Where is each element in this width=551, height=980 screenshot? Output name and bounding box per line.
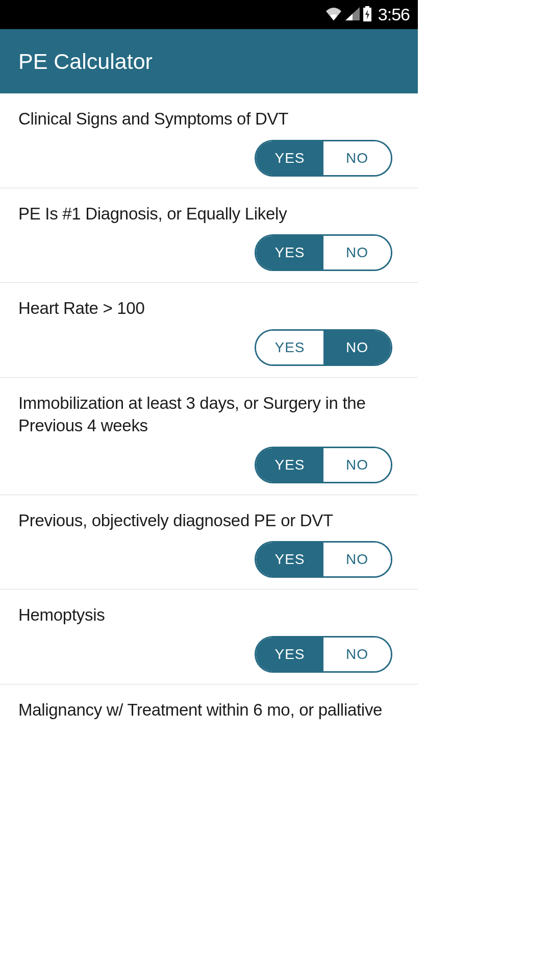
toggle-row: YES NO	[18, 437, 399, 483]
toggle-yes[interactable]: YES	[256, 331, 323, 364]
app-title: PE Calculator	[18, 49, 153, 74]
toggle-no[interactable]: NO	[323, 141, 391, 175]
cell-signal-icon	[345, 7, 360, 22]
toggle-yes[interactable]: YES	[256, 543, 323, 576]
status-time: 3:56	[378, 5, 410, 24]
question-row: Malignancy w/ Treatment within 6 mo, or …	[0, 684, 418, 733]
question-row: Heart Rate > 100 YES NO	[0, 283, 418, 378]
question-row: Clinical Signs and Symptoms of DVT YES N…	[0, 93, 418, 188]
yes-no-toggle[interactable]: YES NO	[255, 541, 392, 578]
question-row: Previous, objectively diagnosed PE or DV…	[0, 495, 418, 590]
content-list: Clinical Signs and Symptoms of DVT YES N…	[0, 93, 418, 732]
toggle-no[interactable]: NO	[323, 543, 391, 576]
toggle-no[interactable]: NO	[323, 638, 391, 671]
question-row: Immobilization at least 3 days, or Surge…	[0, 378, 418, 495]
toggle-no[interactable]: NO	[323, 236, 391, 270]
toggle-row: YES NO	[18, 627, 399, 673]
toggle-row: YES NO	[18, 225, 399, 271]
toggle-no[interactable]: NO	[323, 448, 391, 482]
toggle-yes[interactable]: YES	[256, 638, 323, 671]
yes-no-toggle[interactable]: YES NO	[255, 447, 392, 483]
yes-no-toggle[interactable]: YES NO	[255, 234, 392, 271]
yes-no-toggle[interactable]: YES NO	[255, 636, 392, 673]
question-label: Heart Rate > 100	[18, 297, 399, 320]
question-label: Hemoptysis	[18, 604, 399, 627]
wifi-icon	[325, 7, 342, 22]
question-row: PE Is #1 Diagnosis, or Equally Likely YE…	[0, 188, 418, 283]
status-bar: 3:56	[0, 0, 418, 29]
toggle-yes[interactable]: YES	[256, 448, 323, 482]
question-label: Malignancy w/ Treatment within 6 mo, or …	[18, 699, 399, 722]
question-row: Hemoptysis YES NO	[0, 590, 418, 684]
status-icons: 3:56	[325, 5, 410, 24]
svg-rect-0	[365, 6, 369, 8]
toggle-row: YES NO	[18, 131, 399, 177]
toggle-yes[interactable]: YES	[256, 141, 323, 175]
question-label: PE Is #1 Diagnosis, or Equally Likely	[18, 203, 399, 226]
toggle-row: YES NO	[18, 532, 399, 578]
question-label: Immobilization at least 3 days, or Surge…	[18, 392, 399, 437]
question-label: Clinical Signs and Symptoms of DVT	[18, 108, 399, 131]
battery-charging-icon	[363, 6, 372, 23]
yes-no-toggle[interactable]: YES NO	[255, 329, 392, 366]
toggle-no[interactable]: NO	[323, 331, 391, 364]
toggle-row: YES NO	[18, 320, 399, 366]
toggle-yes[interactable]: YES	[256, 236, 323, 270]
question-label: Previous, objectively diagnosed PE or DV…	[18, 509, 399, 532]
yes-no-toggle[interactable]: YES NO	[255, 140, 392, 177]
app-bar: PE Calculator	[0, 29, 418, 93]
